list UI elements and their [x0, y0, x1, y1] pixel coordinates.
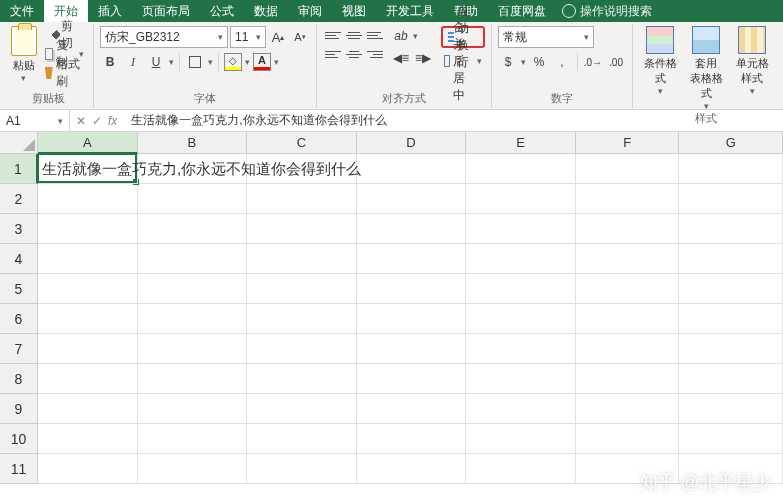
underline-button[interactable]: U	[146, 52, 166, 72]
cell-C4[interactable]	[247, 244, 357, 274]
tab-data[interactable]: 数据	[244, 0, 288, 22]
cell-A6[interactable]	[38, 304, 138, 334]
orientation-button[interactable]: ab	[391, 26, 411, 46]
merge-center-button[interactable]: 合并后居中 ▾	[441, 51, 485, 71]
tab-view[interactable]: 视图	[332, 0, 376, 22]
cell-E9[interactable]	[466, 394, 576, 424]
cell-E4[interactable]	[466, 244, 576, 274]
cell-G9[interactable]	[679, 394, 783, 424]
format-as-table-button[interactable]: 套用 表格格式▾	[685, 26, 727, 111]
cell-C3[interactable]	[247, 214, 357, 244]
cell-C2[interactable]	[247, 184, 357, 214]
percent-format-button[interactable]: %	[529, 52, 549, 72]
cell-F5[interactable]	[576, 274, 680, 304]
fill-color-button[interactable]: ◇	[224, 53, 242, 71]
cell-A8[interactable]	[38, 364, 138, 394]
cell-C8[interactable]	[247, 364, 357, 394]
cell-A4[interactable]	[38, 244, 138, 274]
align-center-button[interactable]	[344, 45, 364, 63]
tab-review[interactable]: 审阅	[288, 0, 332, 22]
cell-G7[interactable]	[679, 334, 783, 364]
cell-D5[interactable]	[357, 274, 467, 304]
cell-A10[interactable]	[38, 424, 138, 454]
cell-E8[interactable]	[466, 364, 576, 394]
cell-G6[interactable]	[679, 304, 783, 334]
cell-A5[interactable]	[38, 274, 138, 304]
conditional-format-button[interactable]: 条件格式▾	[639, 26, 681, 96]
cell-G5[interactable]	[679, 274, 783, 304]
cell-A1[interactable]: 生活就像一盒巧克力,你永远不知道你会得到什么	[38, 154, 138, 184]
align-middle-button[interactable]	[344, 26, 364, 44]
cell-F2[interactable]	[576, 184, 680, 214]
cell-E5[interactable]	[466, 274, 576, 304]
increase-decimal-button[interactable]: .0→	[583, 52, 603, 72]
tell-me-search[interactable]: 操作说明搜索	[562, 3, 652, 20]
cell-D3[interactable]	[357, 214, 467, 244]
column-header-A[interactable]: A	[38, 132, 138, 154]
cell-B3[interactable]	[138, 214, 248, 244]
cell-B5[interactable]	[138, 274, 248, 304]
align-top-button[interactable]	[323, 26, 343, 44]
row-header-7[interactable]: 7	[0, 334, 38, 364]
cell-C6[interactable]	[247, 304, 357, 334]
tab-developer[interactable]: 开发工具	[376, 0, 444, 22]
decrease-decimal-button[interactable]: .00	[606, 52, 626, 72]
cell-D10[interactable]	[357, 424, 467, 454]
fx-button[interactable]: fx	[108, 114, 117, 128]
cell-G2[interactable]	[679, 184, 783, 214]
row-header-8[interactable]: 8	[0, 364, 38, 394]
cancel-formula-button[interactable]: ✕	[76, 114, 86, 128]
row-header-4[interactable]: 4	[0, 244, 38, 274]
cell-D1[interactable]	[357, 154, 466, 184]
cell-styles-button[interactable]: 单元格样式▾	[731, 26, 773, 96]
format-painter-button[interactable]: 格式刷	[42, 64, 87, 82]
cell-G1[interactable]	[679, 154, 783, 184]
tab-page-layout[interactable]: 页面布局	[132, 0, 200, 22]
border-button[interactable]	[185, 52, 205, 72]
align-left-button[interactable]	[323, 45, 343, 63]
cell-E11[interactable]	[466, 454, 576, 484]
cell-A11[interactable]	[38, 454, 138, 484]
cell-G10[interactable]	[679, 424, 783, 454]
number-format-select[interactable]: 常规▾	[498, 26, 594, 48]
cell-F9[interactable]	[576, 394, 680, 424]
align-bottom-button[interactable]	[365, 26, 385, 44]
cell-A9[interactable]	[38, 394, 138, 424]
column-header-G[interactable]: G	[679, 132, 783, 154]
column-header-F[interactable]: F	[576, 132, 680, 154]
tab-insert[interactable]: 插入	[88, 0, 132, 22]
cell-B4[interactable]	[138, 244, 248, 274]
column-header-D[interactable]: D	[357, 132, 467, 154]
column-header-B[interactable]: B	[138, 132, 248, 154]
select-all-corner[interactable]	[0, 132, 38, 154]
cell-F7[interactable]	[576, 334, 680, 364]
cell-F3[interactable]	[576, 214, 680, 244]
cell-F10[interactable]	[576, 424, 680, 454]
cell-E3[interactable]	[466, 214, 576, 244]
cell-A7[interactable]	[38, 334, 138, 364]
font-name-select[interactable]: 仿宋_GB2312▾	[100, 26, 228, 48]
enter-formula-button[interactable]: ✓	[92, 114, 102, 128]
paste-dropdown-icon[interactable]: ▾	[10, 73, 38, 83]
accounting-format-button[interactable]: $	[498, 52, 518, 72]
row-header-1[interactable]: 1	[0, 154, 38, 184]
cell-B6[interactable]	[138, 304, 248, 334]
cell-A2[interactable]	[38, 184, 138, 214]
italic-button[interactable]: I	[123, 52, 143, 72]
row-header-2[interactable]: 2	[0, 184, 38, 214]
cell-E10[interactable]	[466, 424, 576, 454]
row-header-5[interactable]: 5	[0, 274, 38, 304]
cell-E7[interactable]	[466, 334, 576, 364]
name-box[interactable]: A1▾	[0, 110, 70, 132]
cell-B2[interactable]	[138, 184, 248, 214]
paste-button[interactable]: 粘贴 ▾	[10, 26, 38, 83]
tab-formulas[interactable]: 公式	[200, 0, 244, 22]
cell-G3[interactable]	[679, 214, 783, 244]
cell-E1[interactable]	[466, 154, 575, 184]
cell-D7[interactable]	[357, 334, 467, 364]
cell-F1[interactable]	[576, 154, 680, 184]
cell-G8[interactable]	[679, 364, 783, 394]
cell-C10[interactable]	[247, 424, 357, 454]
row-header-6[interactable]: 6	[0, 304, 38, 334]
cell-B7[interactable]	[138, 334, 248, 364]
